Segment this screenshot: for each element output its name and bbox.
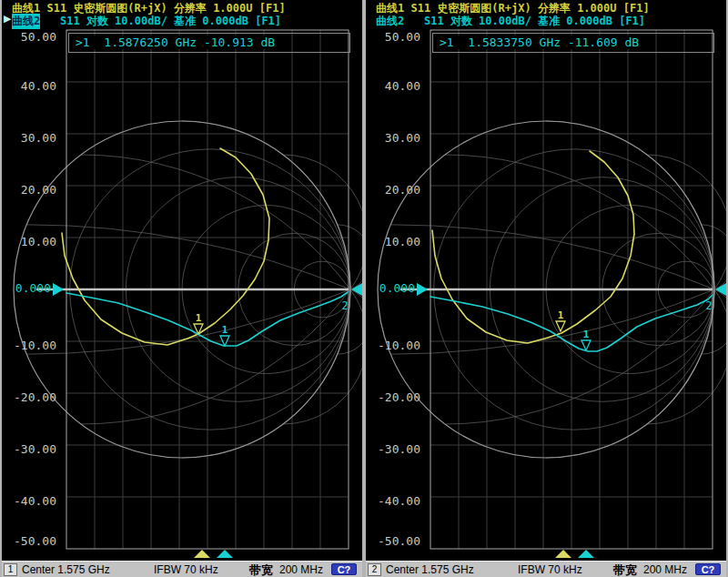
marker-readout-text: >1 1.5833750 GHz -11.609 dB bbox=[437, 35, 642, 49]
ref-level-left-triangle-icon[interactable] bbox=[417, 283, 428, 296]
smith-reactance-arc bbox=[647, 155, 726, 289]
y-axis-label: -20.00 bbox=[14, 390, 56, 404]
ifbw-label: IFBW 70 kHz bbox=[518, 563, 582, 576]
marker-logmag-number: 1 bbox=[222, 324, 228, 336]
smith-logmag-plot[interactable]: 50.0040.0030.0020.0010.000.000-10.00-20.… bbox=[2, 0, 362, 562]
trace2-label[interactable]: 曲线2 bbox=[12, 14, 40, 29]
trace2-config-line[interactable]: S11 对数 10.00dB/ 基准 0.000dB [F1] bbox=[424, 14, 645, 29]
trace2-label[interactable]: 曲线2 bbox=[376, 14, 404, 29]
marker2-number: 2 bbox=[341, 299, 348, 312]
span-label: 带宽 bbox=[249, 562, 273, 577]
status-bar: 1 Center 1.575 GHz IFBW 70 kHz 带宽 200 MH… bbox=[2, 561, 362, 577]
marker-smith-triangle-icon[interactable] bbox=[556, 321, 565, 331]
y-axis-label: 20.00 bbox=[21, 183, 56, 197]
marker-logmag-number: 1 bbox=[583, 329, 590, 340]
marker-logmag-triangle-icon[interactable] bbox=[581, 340, 591, 350]
y-axis-label: -40.00 bbox=[14, 494, 56, 508]
y-axis-label: -10.00 bbox=[14, 339, 56, 352]
y-axis-label: 30.00 bbox=[21, 131, 56, 145]
y-axis-label: 10.00 bbox=[21, 235, 56, 248]
y-axis-label: 20.00 bbox=[385, 183, 420, 197]
status-bar: 2 Center 1.575 GHz IFBW 70 kHz 带宽 200 MH… bbox=[366, 561, 726, 577]
smith-trace-s11 bbox=[62, 148, 269, 345]
y-axis-label: 30.00 bbox=[385, 131, 420, 145]
bottom-marker-cyan-triangle-icon[interactable] bbox=[217, 550, 233, 558]
smith-trace-s11 bbox=[432, 151, 634, 343]
marker2-number: 2 bbox=[705, 299, 712, 312]
y-axis-label: 10.00 bbox=[385, 235, 420, 248]
y-axis-label: 50.00 bbox=[21, 30, 56, 44]
span-value: 200 MHz bbox=[643, 563, 687, 576]
span-value: 200 MHz bbox=[279, 563, 323, 576]
center-frequency-label: Center 1.575 GHz bbox=[22, 563, 110, 576]
y-axis-label: 40.00 bbox=[385, 79, 420, 93]
trace2-config-line[interactable]: S11 对数 10.00dB/ 基准 0.000dB [F1] bbox=[60, 14, 281, 29]
marker-smith-number: 1 bbox=[558, 309, 564, 321]
marker-smith-number: 1 bbox=[196, 312, 202, 324]
marker2-right-triangle-icon[interactable] bbox=[351, 283, 362, 296]
smith-reactance-arc bbox=[647, 289, 726, 424]
smith-reactance-arc bbox=[283, 155, 362, 289]
marker-readout-text: >1 1.5876250 GHz -10.913 dB bbox=[73, 35, 278, 49]
y-axis-label: -50.00 bbox=[378, 534, 420, 548]
ref-level-label: 0.000 bbox=[379, 281, 415, 295]
vna-window-2: 50.0040.0030.0020.0010.000.000-10.00-20.… bbox=[364, 0, 728, 577]
y-axis-label: -30.00 bbox=[378, 442, 420, 456]
vna-window-1: 50.0040.0030.0020.0010.000.000-10.00-20.… bbox=[0, 0, 364, 577]
ifbw-label: IFBW 70 kHz bbox=[154, 563, 218, 576]
marker-readout-box: >1 1.5876250 GHz -10.913 dB bbox=[68, 33, 350, 53]
span-label: 带宽 bbox=[613, 562, 637, 577]
y-axis-label: -50.00 bbox=[14, 534, 56, 548]
y-axis-label: -20.00 bbox=[378, 390, 420, 404]
window-number-badge: 1 bbox=[4, 563, 17, 576]
bottom-marker-yellow-triangle-icon[interactable] bbox=[555, 550, 571, 558]
marker2-right-triangle-icon[interactable] bbox=[715, 283, 726, 296]
vna-dual-window-screen: 50.0040.0030.0020.0010.000.000-10.00-20.… bbox=[0, 0, 728, 577]
correction-status-badge[interactable]: C? bbox=[331, 563, 357, 575]
window-number-badge: 2 bbox=[368, 563, 381, 576]
ref-level-label: 0.000 bbox=[15, 281, 51, 295]
bottom-marker-yellow-triangle-icon[interactable] bbox=[194, 550, 210, 558]
ref-level-left-triangle-icon[interactable] bbox=[53, 283, 64, 296]
y-axis-label: -10.00 bbox=[378, 339, 420, 352]
y-axis-label: 50.00 bbox=[385, 30, 420, 44]
smith-reactance-arc bbox=[283, 289, 362, 424]
active-trace-arrow-icon: ▶ bbox=[4, 13, 11, 25]
marker-readout-box: >1 1.5833750 GHz -11.609 dB bbox=[432, 33, 714, 53]
correction-status-badge[interactable]: C? bbox=[695, 563, 721, 575]
center-frequency-label: Center 1.575 GHz bbox=[386, 563, 474, 576]
smith-logmag-plot[interactable]: 50.0040.0030.0020.0010.000.000-10.00-20.… bbox=[366, 0, 726, 562]
y-axis-label: 40.00 bbox=[21, 79, 56, 93]
y-axis-label: -30.00 bbox=[14, 442, 56, 456]
y-axis-label: -40.00 bbox=[378, 494, 420, 508]
bottom-marker-cyan-triangle-icon[interactable] bbox=[578, 550, 594, 558]
